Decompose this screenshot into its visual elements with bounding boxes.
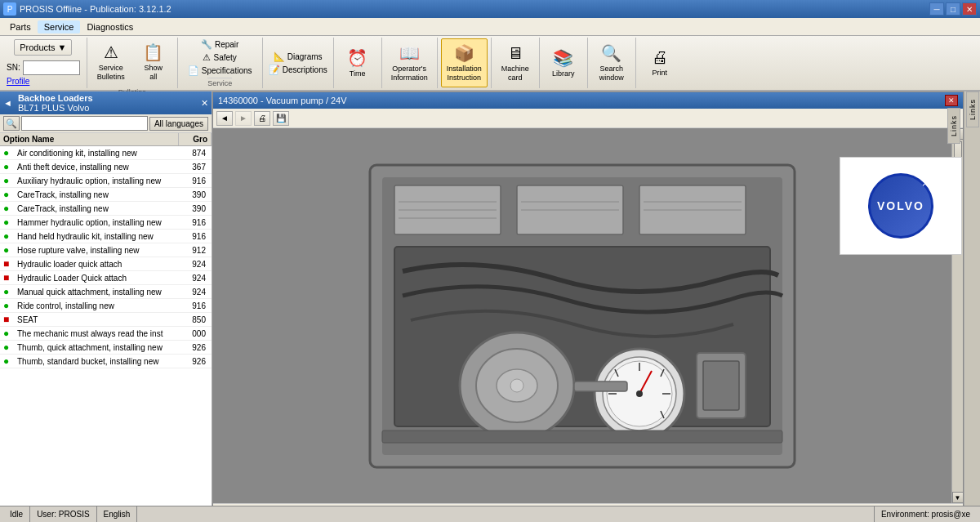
repair-icon: 🔧	[201, 39, 212, 50]
list-item[interactable]: ●Air conditioning kit, installing new874	[0, 146, 212, 160]
red-icon: ■	[3, 258, 15, 270]
list-item[interactable]: ●CareTrack, installing new390	[0, 202, 212, 216]
list-item[interactable]: ■Hydraulic loader quick attach924	[0, 257, 212, 271]
links-tab[interactable]: Links	[947, 108, 960, 144]
restore-button[interactable]: □	[946, 2, 960, 16]
doc-back-button[interactable]: ◄	[216, 111, 233, 126]
safety-item[interactable]: ⚠ Safety	[200, 51, 238, 64]
panel-close[interactable]: ✕	[201, 98, 208, 109]
installation-label: Installation Instruction	[447, 65, 482, 83]
green-icon: ●	[3, 341, 15, 353]
close-button[interactable]: ✕	[962, 2, 977, 16]
item-name: Thumb, quick attachment, installing new	[17, 343, 176, 352]
service-group: 🔧 Repair ⚠ Safety 📄 Specifications Servi…	[181, 38, 263, 88]
doc-save-button[interactable]: 💾	[273, 111, 289, 126]
sn-label: SN:	[7, 63, 20, 72]
doc-print-button[interactable]: 🖨	[254, 111, 270, 126]
list-item[interactable]: ●Thumb, standard bucket, installing new9…	[0, 355, 212, 368]
diagrams-icon: 📐	[274, 51, 285, 62]
service-bulletins-button[interactable]: ⚠ Service Bulletins	[91, 38, 131, 87]
time-button[interactable]: ⏰ Time	[337, 38, 378, 87]
svg-point-27	[636, 390, 643, 397]
item-name: The mechanic must always read the inst	[17, 329, 176, 338]
green-icon: ●	[3, 216, 15, 228]
doc-title: 14360000 - Vacuum pump / 24V	[218, 96, 347, 105]
descriptions-label: Descriptions	[283, 65, 327, 74]
list-item[interactable]: ●Hammer hydraulic option, installing new…	[0, 216, 212, 230]
svg-rect-31	[382, 431, 782, 443]
item-group: 926	[176, 357, 208, 366]
descriptions-item[interactable]: 📝 Descriptions	[266, 64, 330, 76]
vacuum-pump-image	[354, 149, 811, 484]
svg-rect-30	[574, 381, 627, 391]
list-item[interactable]: ●Auxiliary hydraulic option, installing …	[0, 174, 212, 188]
time-group: ⏰ Time	[337, 38, 382, 88]
menu-parts[interactable]: Parts	[3, 20, 38, 33]
item-group: 390	[176, 204, 208, 213]
scrollbar-down[interactable]: ▼	[952, 492, 964, 503]
item-name: Hydraulic Loader Quick attach	[17, 274, 176, 283]
list-item[interactable]: ●Hand held hydraulic kit, installing new…	[0, 230, 212, 243]
list-item[interactable]: ■Hydraulic Loader Quick attach924	[0, 271, 212, 285]
print-label: Print	[653, 69, 668, 78]
list-item[interactable]: ●CareTrack, installing new390	[0, 188, 212, 202]
item-name: CareTrack, installing new	[17, 190, 176, 199]
specifications-icon: 📄	[188, 65, 199, 76]
nav-arrow[interactable]: ◄	[3, 98, 12, 108]
green-icon: ●	[3, 230, 15, 242]
print-button[interactable]: 🖨 Print	[639, 38, 680, 87]
products-dropdown[interactable]: Products ▼	[14, 39, 72, 56]
doc-forward-button[interactable]: ►	[235, 111, 252, 126]
safety-icon: ⚠	[203, 52, 211, 63]
print-group: 🖨 Print	[639, 38, 684, 88]
search-window-button[interactable]: 🔍 Search window	[591, 38, 632, 87]
diagrams-item[interactable]: 📐 Diagrams	[271, 51, 325, 63]
item-group: 916	[176, 218, 208, 227]
item-group: 850	[176, 315, 208, 324]
machine-card-icon: 🖥	[507, 44, 523, 63]
doc-toolbar: ◄ ► 🖨 💾	[213, 109, 963, 128]
list-item[interactable]: ●The mechanic must always read the inst0…	[0, 327, 212, 341]
green-icon: ●	[3, 189, 15, 200]
item-group: 924	[176, 260, 208, 269]
list-header: Option Name Gro	[0, 133, 212, 146]
library-button[interactable]: 📚 Library	[543, 38, 584, 87]
descriptions-icon: 📝	[269, 65, 280, 75]
panel-header: ◄Backhoe LoadersBL71 PLUS Volvo ✕	[0, 91, 212, 114]
right-panel: 14360000 - Vacuum pump / 24V ✕ ◄ ► 🖨 💾	[212, 91, 980, 522]
svg-rect-29	[703, 361, 739, 410]
search-input[interactable]	[21, 116, 148, 131]
list-item[interactable]: ●Ride control, installing new916	[0, 299, 212, 313]
operators-info-button[interactable]: 📖 Operator's Information	[385, 38, 434, 87]
installation-button[interactable]: 📦 Installation Instruction	[441, 38, 488, 87]
list-item[interactable]: ●Hose rupture valve, installing new912	[0, 243, 212, 257]
sn-input[interactable]	[23, 60, 80, 75]
item-name: Air conditioning kit, installing new	[17, 149, 176, 158]
doc-close-button[interactable]: ✕	[945, 95, 958, 106]
machine-card-button[interactable]: 🖥 Machine card	[495, 38, 536, 87]
menu-diagnostics[interactable]: Diagnostics	[80, 20, 140, 33]
green-icon: ●	[3, 300, 15, 311]
minimize-button[interactable]: ─	[929, 2, 944, 16]
status-bar: Idle User: PROSIS English Environment: p…	[0, 506, 980, 522]
title-bar-controls[interactable]: ─ □ ✕	[929, 2, 977, 16]
repair-item[interactable]: 🔧 Repair	[198, 38, 241, 51]
service-bulletins-group: ⚠ Service Bulletins 📋 Show all Bulletins	[91, 38, 178, 88]
list-item[interactable]: ●Manual quick attachment, installing new…	[0, 285, 212, 299]
list-item[interactable]: ●Thumb, quick attachment, installing new…	[0, 341, 212, 355]
specifications-item[interactable]: 📄 Specifications	[185, 65, 255, 77]
item-name: Anti theft device, installing new	[17, 163, 176, 172]
svg-point-16	[510, 379, 523, 392]
item-name: Auxiliary hydraulic option, installing n…	[17, 176, 176, 185]
menu-service[interactable]: Service	[38, 20, 81, 33]
search-icon-button[interactable]: 🔍	[3, 116, 20, 131]
list-item[interactable]: ■SEAT850	[0, 313, 212, 327]
list-item[interactable]: ●Anti theft device, installing new367	[0, 160, 212, 174]
far-right-links-tab[interactable]: Links	[966, 91, 979, 127]
safety-label: Safety	[213, 53, 236, 62]
show-all-button[interactable]: 📋 Show all	[133, 38, 174, 87]
service-sublabel: Service	[207, 78, 232, 87]
language-button[interactable]: All languages	[149, 117, 208, 131]
profile-link[interactable]: Profile	[7, 77, 29, 86]
item-name: CareTrack, installing new	[17, 204, 176, 213]
